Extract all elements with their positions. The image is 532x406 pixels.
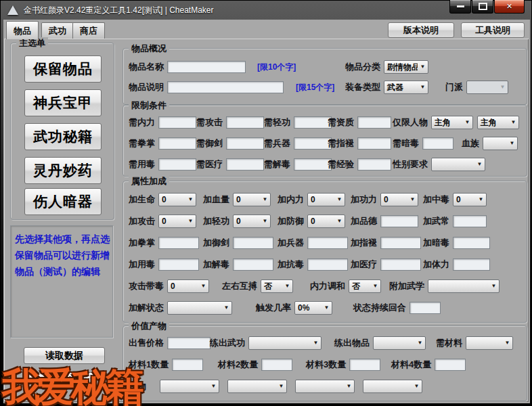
field-label: 出售价格 [129, 337, 164, 349]
text-input[interactable] [158, 116, 196, 129]
status-effect-dropdown[interactable]: ▼ [167, 301, 232, 315]
value-dropdown[interactable]: 0▼ [307, 215, 345, 228]
text-input[interactable] [380, 215, 418, 227]
item-output-field: 练出物品▼ [334, 336, 426, 351]
text-input[interactable] [357, 116, 391, 129]
menu-button-keep-items[interactable]: 保留物品 [24, 55, 102, 83]
bonus-r4-field-4: 加体力 [423, 257, 490, 272]
blood-clan-dropdown[interactable]: ▼ [483, 137, 518, 150]
field-label: 加兵器 [278, 237, 304, 249]
save-changes-button[interactable]: 保存修改 [24, 372, 105, 389]
text-input[interactable] [233, 258, 273, 271]
item-overview-title: 物品概况 [129, 43, 169, 55]
product-dropdown[interactable]: ▼ [227, 380, 287, 393]
menu-button-hidden-weapons[interactable]: 伤人暗器 [24, 188, 102, 215]
text-input[interactable] [453, 258, 490, 271]
item-output-dropdown[interactable]: ▼ [373, 336, 426, 350]
text-input[interactable] [307, 258, 348, 271]
menu-button-elixirs[interactable]: 灵丹妙药 [24, 157, 102, 184]
text-input[interactable] [172, 359, 203, 371]
dual-wield-dropdown[interactable]: 否▼ [261, 279, 293, 293]
value-dropdown[interactable]: 0▼ [158, 215, 196, 228]
text-input[interactable] [349, 359, 380, 371]
read-data-button[interactable]: 读取数据 [24, 347, 105, 364]
text-input[interactable] [226, 116, 264, 129]
bonus-group: 属性加成 加生命0▼ 加血量0▼ 加内力0▼ 加功力0▼ 加中毒0▼ 加攻击0▼… [123, 181, 527, 323]
text-input[interactable] [409, 302, 441, 314]
maximize-button[interactable] [472, 0, 493, 14]
equip-type-dropdown[interactable]: 武器▼ [384, 81, 428, 94]
text-input[interactable] [422, 137, 453, 150]
value-dropdown[interactable]: 0▼ [233, 215, 271, 228]
item-desc-input[interactable] [167, 81, 284, 93]
hint-panel: 先选择其他项，再点选 保留物品可以进行新增 物品（测试）的编辑 [10, 225, 113, 338]
dropdown-arrow-icon: ▼ [344, 380, 354, 392]
tab-shop[interactable]: 商店 [72, 22, 105, 39]
text-input[interactable] [158, 237, 199, 249]
only-character-dropdown-2[interactable]: 主角▼ [477, 116, 519, 129]
field-label: 状态持续回合 [353, 302, 406, 314]
only-character-dropdown-1[interactable]: 主角▼ [431, 116, 473, 129]
value-dropdown[interactable]: 0▼ [158, 193, 196, 206]
text-input[interactable] [167, 337, 210, 349]
text-input[interactable] [294, 158, 332, 171]
tab-items[interactable]: 物品 [6, 21, 39, 39]
trigger-chance-dropdown[interactable]: 0%▼ [294, 301, 332, 315]
text-input[interactable] [380, 258, 421, 271]
extra-skill-dropdown[interactable]: ▼ [428, 279, 500, 293]
item-desc-field: 物品说明 [129, 80, 284, 95]
text-input[interactable] [307, 237, 348, 249]
text-input[interactable] [380, 237, 421, 249]
text-input[interactable] [158, 137, 196, 150]
text-input[interactable] [158, 158, 196, 171]
field-label: 加御剑 [203, 237, 229, 249]
app-window: 金书红颜录V2.42重定义工具1.42[测试] | CheatMaker ✕ 物… [0, 0, 532, 406]
equip-type-field: 装备类型 武器▼ [345, 80, 428, 95]
material-needed-dropdown[interactable]: ▼ [466, 336, 513, 350]
menu-button-weapons-armor[interactable]: 神兵宝甲 [24, 89, 102, 116]
product-dropdown[interactable]: ▼ [160, 380, 219, 393]
tool-notes-button[interactable]: 工具说明 [461, 22, 525, 38]
value-dropdown[interactable]: 0▼ [307, 193, 345, 206]
text-input[interactable] [226, 137, 264, 150]
text-input[interactable] [435, 359, 466, 371]
product-dropdown[interactable]: ▼ [363, 380, 422, 393]
bonus-r3-field-3: 加指褪 [351, 235, 421, 250]
skill-output-dropdown[interactable]: ▼ [248, 336, 322, 350]
text-input[interactable] [294, 116, 332, 129]
tab-martial[interactable]: 武功 [41, 22, 74, 39]
gender-dropdown[interactable]: ▼ [431, 158, 485, 171]
version-notes-button[interactable]: 版本说明 [388, 22, 454, 38]
text-input[interactable] [453, 237, 490, 249]
hint-line: 先选择其他项，再点选 [15, 231, 108, 247]
inner-harmony-dropdown[interactable]: 否▼ [349, 279, 381, 293]
value-dropdown[interactable]: 0▼ [380, 193, 418, 206]
bonus-r3-field-1: 加御剑 [203, 235, 273, 250]
value-dropdown[interactable]: 0▼ [453, 193, 487, 206]
text-input[interactable] [233, 237, 273, 249]
text-input[interactable] [294, 137, 332, 150]
item-category-dropdown[interactable]: 剧情物品▼ [384, 60, 428, 74]
text-input[interactable] [158, 258, 199, 271]
value-dropdown[interactable]: 0▼ [233, 193, 271, 206]
text-input[interactable] [357, 137, 391, 150]
limits-r2-field-1: 需御剑 [196, 136, 264, 151]
field-label: 物品说明 [129, 81, 164, 93]
inner-harmony-field: 内力调和否▼ [310, 279, 381, 294]
text-input[interactable] [453, 215, 487, 227]
product-dropdown[interactable]: ▼ [295, 380, 355, 393]
dropdown-arrow-icon: ▼ [208, 380, 219, 392]
text-input[interactable] [357, 158, 391, 171]
product-dropdown-1: ▼ [160, 379, 219, 394]
item-name-input[interactable] [167, 61, 246, 73]
minimize-button[interactable] [449, 0, 471, 14]
menu-button-martial-books[interactable]: 武功秘籍 [24, 123, 102, 150]
text-input[interactable] [226, 158, 264, 171]
field-label: 加体力 [423, 258, 449, 271]
limits-r2-field-3: 需指褪 [328, 136, 391, 151]
text-input[interactable] [261, 359, 292, 371]
close-button[interactable]: ✕ [494, 0, 525, 14]
poison-attack-dropdown[interactable]: 0▼ [167, 279, 209, 293]
field-label: 加抗毒 [278, 258, 304, 271]
bonus-r2-field-4: 加武常 [423, 214, 487, 229]
